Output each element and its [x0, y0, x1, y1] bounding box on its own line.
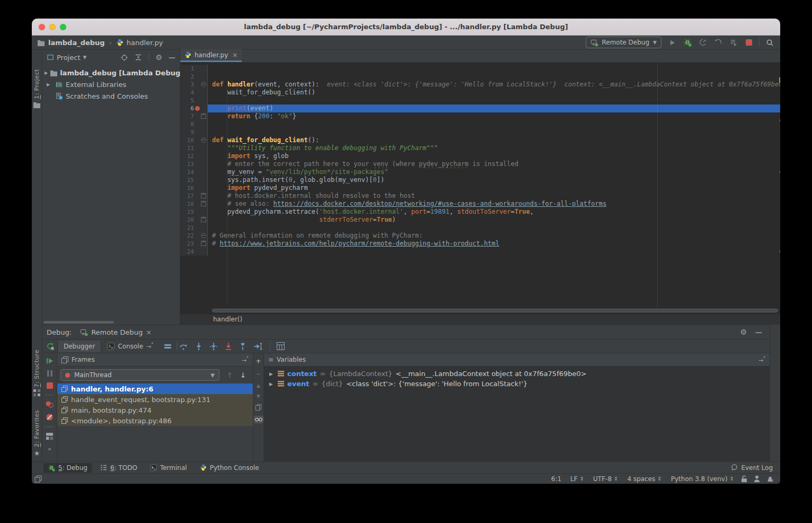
editor-tab-handler-py[interactable]: handler.py ×: [180, 49, 242, 62]
thread-select[interactable]: MainThread ▼: [60, 369, 219, 381]
gear-icon[interactable]: ⚙: [740, 328, 747, 336]
run-to-cursor-icon[interactable]: [254, 343, 262, 350]
warning-stripe-mark[interactable]: [780, 171, 780, 173]
project-tree-item-external-libraries[interactable]: ▶External Libraries: [42, 79, 180, 90]
editor-gutter[interactable]: 2: [180, 73, 208, 81]
toolwindow-toggle-icon[interactable]: [34, 475, 42, 483]
view-breakpoints-icon[interactable]: [46, 401, 54, 408]
rerun-icon[interactable]: [46, 342, 54, 350]
stack-frame[interactable]: handler, handler.py:6: [57, 383, 253, 394]
restore-layout-icon[interactable]: [46, 433, 53, 440]
variable-row-context[interactable]: ▶context={LambdaContext}<__main__.Lambda…: [264, 369, 770, 379]
coverage-button[interactable]: [713, 37, 723, 48]
stripe-tab-7-structure[interactable]: 7: Structure: [33, 350, 40, 396]
add-watch-icon[interactable]: +: [255, 358, 261, 365]
pin-tab-icon[interactable]: →*: [146, 342, 153, 350]
editor-gutter[interactable]: 18^: [180, 200, 208, 208]
code-line[interactable]: 11 """Utility function to enable debuggi…: [180, 144, 780, 152]
code-line[interactable]: 13 # enter the correct path here to your…: [180, 160, 780, 168]
close-tab-icon[interactable]: ×: [232, 51, 237, 59]
status-widget-lf[interactable]: LF⇕: [570, 475, 584, 483]
breakpoint-icon[interactable]: [195, 106, 200, 111]
editor-gutter[interactable]: 8: [180, 120, 208, 128]
fold-icon[interactable]: ^: [201, 217, 206, 222]
code-line[interactable]: 23^# https://www.jetbrains.com/help/pych…: [180, 240, 780, 248]
fold-icon[interactable]: ^: [201, 193, 206, 198]
tab-console[interactable]: Console →*: [101, 340, 159, 352]
more-actions-icon[interactable]: »: [48, 446, 51, 452]
collapse-all-icon[interactable]: [135, 54, 142, 61]
stop-icon[interactable]: [47, 382, 53, 389]
inspections-profile-icon[interactable]: [754, 475, 760, 482]
evaluate-expression-icon[interactable]: [277, 342, 285, 350]
expand-chevron-icon[interactable]: ▶: [45, 71, 48, 75]
editor-gutter[interactable]: 17^: [180, 192, 208, 200]
remove-watch-icon[interactable]: −: [255, 370, 261, 378]
fold-icon[interactable]: −: [201, 137, 206, 143]
toolwindow-button-6-todo[interactable]: 6: TODO: [96, 463, 142, 473]
stack-frame[interactable]: main, bootstrap.py:474: [57, 405, 253, 415]
duplicate-watch-icon[interactable]: [255, 404, 261, 411]
editor-gutter[interactable]: 3−: [180, 81, 208, 89]
resume-icon[interactable]: [46, 358, 53, 364]
code-line[interactable]: 24: [180, 248, 780, 256]
code-line[interactable]: 9: [180, 128, 780, 136]
editor-gutter[interactable]: 11: [180, 144, 208, 152]
step-into-my-code-icon[interactable]: [225, 343, 232, 350]
expand-chevron-icon[interactable]: ▶: [269, 381, 275, 387]
force-step-into-icon[interactable]: [210, 343, 217, 350]
editor-gutter[interactable]: 22−: [180, 232, 208, 240]
editor-gutter[interactable]: 21: [180, 224, 208, 232]
breadcrumb-project[interactable]: lambda_debug: [48, 39, 105, 47]
editor-gutter[interactable]: 19: [180, 208, 208, 216]
code-line[interactable]: 8: [180, 120, 780, 128]
move-up-icon[interactable]: ▲: [257, 383, 260, 388]
project-panel-title[interactable]: Project: [57, 54, 80, 62]
hide-panel-icon[interactable]: —: [755, 328, 762, 336]
fold-icon[interactable]: −: [201, 82, 206, 87]
breadcrumb[interactable]: lambda_debug › handler.py: [37, 39, 163, 47]
editor-gutter[interactable]: 9: [180, 128, 208, 136]
code-line[interactable]: 16 import pydevd_pycharm: [180, 184, 780, 192]
step-over-icon[interactable]: [179, 343, 188, 350]
hide-panel-icon[interactable]: —: [169, 54, 175, 62]
minimize-window-button[interactable]: [49, 24, 56, 30]
editor-gutter[interactable]: 1: [180, 65, 208, 73]
expand-chevron-icon[interactable]: ▶: [45, 82, 52, 87]
code-line[interactable]: 19 pydevd_pycharm.settrace('host.docker.…: [180, 208, 780, 216]
editor-gutter[interactable]: 4: [180, 89, 208, 97]
lock-icon[interactable]: [742, 475, 747, 482]
editor-gutter[interactable]: 14: [180, 168, 208, 176]
code-line[interactable]: 10−def wait_for_debug_client():: [180, 136, 780, 144]
editor-gutter[interactable]: 6: [180, 104, 208, 112]
code-line[interactable]: 2: [180, 73, 780, 81]
close-session-icon[interactable]: ×: [146, 328, 152, 336]
fold-icon[interactable]: −: [201, 233, 206, 238]
pin-panel-icon[interactable]: →*: [758, 356, 765, 364]
stop-button[interactable]: [744, 37, 754, 48]
pin-panel-icon[interactable]: →*: [242, 356, 249, 364]
threads-view-icon[interactable]: [164, 344, 171, 348]
mute-breakpoints-icon[interactable]: [46, 414, 53, 421]
fold-icon[interactable]: ^: [201, 241, 206, 246]
editor-horizontal-scrollbar[interactable]: [180, 308, 780, 313]
step-out-icon[interactable]: [240, 343, 246, 350]
run-configuration-select[interactable]: Remote Debug ▼: [586, 37, 662, 48]
code-line[interactable]: 14 my_venv = "venv/lib/python*/site-pack…: [180, 168, 780, 176]
editor-gutter[interactable]: 16: [180, 184, 208, 192]
search-everywhere-icon[interactable]: [764, 37, 775, 48]
move-down-icon[interactable]: ▼: [257, 394, 260, 399]
menu-icon[interactable]: ≡: [268, 356, 273, 363]
editor-gutter[interactable]: 15: [180, 176, 208, 184]
step-into-icon[interactable]: [196, 343, 202, 350]
code-line[interactable]: 18^ # see also: https://docs.docker.com/…: [180, 200, 780, 208]
gear-icon[interactable]: ⚙: [155, 53, 162, 62]
project-tree-item-lambda-debug-lambda-debug[interactable]: ▶lambda_debug [Lambda Debug]: [42, 67, 180, 79]
editor-gutter[interactable]: 24: [180, 248, 208, 256]
pause-icon[interactable]: [47, 370, 52, 377]
code-line[interactable]: 17^ # host.docker.internal should resolv…: [180, 192, 780, 200]
code-line[interactable]: 6 print(event): [180, 104, 780, 112]
show-watches-icon[interactable]: [254, 416, 263, 423]
editor-gutter[interactable]: 13: [180, 160, 208, 168]
code-line[interactable]: 21: [180, 224, 780, 232]
